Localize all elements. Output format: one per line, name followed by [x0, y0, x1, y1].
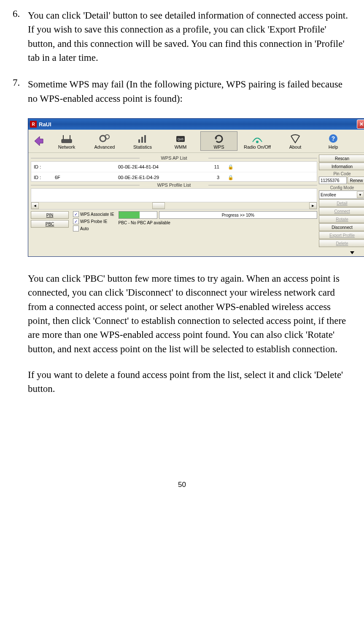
raui-window: R RaUI ✕ Network Advanced Statistics QoS [28, 118, 364, 257]
toolbar-statistics[interactable]: Statistics [124, 132, 161, 150]
content-area: WPS AP List ID : 00-0E-2E-44-81-D4 11 🔒 … [28, 153, 364, 250]
pin-code-label: Pin Code [319, 171, 364, 176]
toolbar-wmm[interactable]: QoS WMM [162, 132, 199, 150]
svg-point-12 [256, 141, 259, 143]
list-number: 7. [13, 77, 28, 106]
svg-marker-15 [350, 251, 354, 254]
chart-icon [135, 133, 150, 144]
profile-list[interactable]: ◄ ► [31, 188, 317, 209]
router-icon [59, 133, 74, 144]
gears-icon [97, 133, 112, 144]
titlebar: R RaUI ✕ [28, 119, 364, 130]
window-title: RaUI [39, 121, 357, 128]
ap-row[interactable]: ID : 00-0E-2E-44-81-D4 11 🔒 [31, 162, 317, 172]
svg-rect-8 [144, 135, 146, 143]
horizontal-scrollbar[interactable]: ◄ ► [31, 202, 317, 209]
svg-rect-7 [141, 137, 143, 143]
connect-button[interactable]: Connect [319, 207, 364, 215]
ap-row[interactable]: ID : 6F 00-0E-2E-E1-D4-29 3 🔒 [31, 172, 317, 182]
toolbar-network[interactable]: Network [49, 132, 85, 150]
information-button[interactable]: Information [319, 163, 364, 170]
scroll-right-button[interactable]: ► [309, 202, 317, 209]
paragraph: If you want to delete a found access poi… [28, 368, 351, 396]
paragraph: You can click 'PBC' button few more time… [28, 272, 351, 356]
scroll-left-button[interactable]: ◄ [31, 202, 39, 209]
list-text: You can click 'Detail' button to see det… [28, 8, 351, 65]
svg-rect-1 [62, 139, 72, 143]
main-panel: WPS AP List ID : 00-0E-2E-44-81-D4 11 🔒 … [31, 155, 317, 247]
delete-button[interactable]: Delete [319, 239, 364, 247]
scroll-thumb[interactable] [152, 202, 165, 209]
app-icon: R [30, 121, 37, 128]
refresh-icon [211, 133, 226, 144]
svg-rect-6 [138, 139, 140, 143]
toolbar-radio[interactable]: Radio On/Off [239, 132, 275, 150]
pbc-button[interactable]: PBC [31, 220, 69, 228]
renew-button[interactable]: Renew [348, 177, 364, 184]
lock-icon: 🔒 [228, 164, 236, 170]
ap-list[interactable]: ID : 00-0E-2E-44-81-D4 11 🔒 ID : 6F 00-0… [31, 161, 317, 182]
wps-associate-checkbox[interactable]: ✓WPS Associate IE [73, 211, 114, 217]
checkbox-icon: ✓ [73, 218, 79, 224]
ap-list-label: WPS AP List [31, 155, 317, 160]
rescan-button[interactable]: Rescan [319, 155, 364, 162]
radio-icon [250, 133, 265, 144]
back-arrow-icon[interactable] [32, 133, 45, 149]
side-panel: Rescan Information Pin Code 11255376 Ren… [319, 155, 364, 247]
scroll-track[interactable] [39, 202, 309, 209]
toolbar: Network Advanced Statistics QoS WMM WPS … [28, 130, 364, 153]
toolbar-advanced[interactable]: Advanced [86, 132, 123, 150]
progress-text: Progress >> 10% [159, 211, 317, 219]
help-icon: ? [326, 133, 341, 144]
disconnect-button[interactable]: Disconnect [319, 223, 364, 231]
svg-marker-11 [215, 138, 217, 140]
list-item-6: 6. You can click 'Detail' button to see … [13, 8, 351, 65]
wps-probe-checkbox[interactable]: ✓WPS Probe IE [73, 218, 114, 224]
list-number: 6. [13, 8, 28, 65]
checkbox-icon: ✓ [73, 211, 79, 217]
close-button[interactable]: ✕ [357, 120, 364, 129]
bottom-controls: PIN PBC ✓WPS Associate IE ✓WPS Probe IE … [31, 211, 317, 231]
qos-icon: QoS [173, 133, 188, 144]
about-icon [288, 133, 303, 144]
pin-button[interactable]: PIN [31, 211, 69, 219]
auto-checkbox[interactable]: Auto [73, 226, 114, 231]
toolbar-about[interactable]: About [277, 132, 313, 150]
lock-icon: 🔒 [228, 175, 236, 180]
svg-marker-0 [35, 136, 43, 146]
export-profile-button[interactable]: Export Profile [319, 231, 364, 239]
checkbox-icon [73, 226, 79, 231]
list-item-7: 7. Sometime WPS may fail (In the followi… [13, 77, 351, 106]
svg-text:?: ? [332, 135, 335, 142]
detail-button[interactable]: Detail [319, 199, 364, 207]
toolbar-help[interactable]: ? Help [315, 132, 351, 150]
toolbar-wps[interactable]: WPS [200, 131, 237, 151]
pin-code-field[interactable]: 11255376 [319, 177, 347, 184]
chevron-down-icon: ▼ [357, 191, 364, 198]
progress-bar [119, 211, 157, 219]
status-text: PBC - No PBC AP available [119, 220, 317, 226]
config-mode-label: Config Mode [319, 185, 364, 190]
screenshot: R RaUI ✕ Network Advanced Statistics QoS [28, 118, 351, 257]
page-number: 50 [13, 481, 351, 489]
expand-arrow-icon[interactable] [28, 250, 364, 256]
list-text: Sometime WPS may fail (In the following … [28, 77, 351, 106]
config-mode-select[interactable]: Enrollee ▼ [319, 190, 364, 199]
rotate-button[interactable]: Rotate [319, 215, 364, 223]
svg-text:QoS: QoS [178, 138, 183, 141]
profile-list-label: WPS Profile List [31, 182, 317, 188]
